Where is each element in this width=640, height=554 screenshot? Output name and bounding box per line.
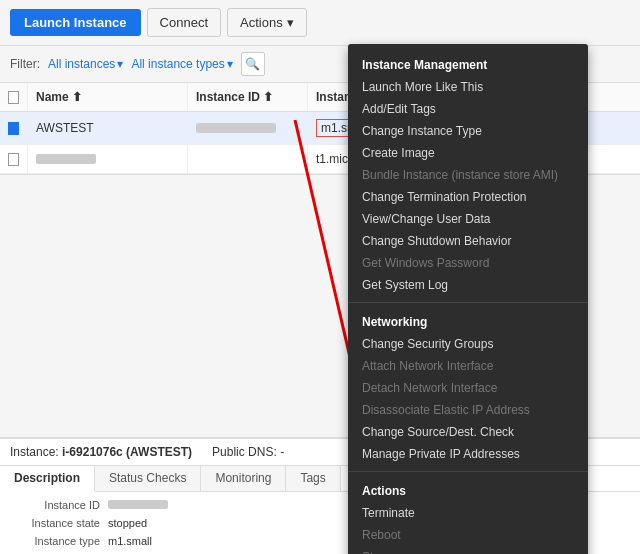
menu-item-stop: Stop bbox=[348, 546, 588, 554]
menu-item-get-windows-password: Get Windows Password bbox=[348, 252, 588, 274]
instance-id-blurred bbox=[196, 123, 276, 133]
sort-icon: ⬆ bbox=[263, 90, 273, 104]
sort-icon: ⬆ bbox=[72, 90, 82, 104]
instance-type-label: Instance type bbox=[10, 535, 100, 547]
networking-title: Networking bbox=[348, 309, 588, 333]
search-button[interactable]: 🔍 bbox=[241, 52, 265, 76]
divider bbox=[348, 302, 588, 303]
filter-label: Filter: bbox=[10, 57, 40, 71]
menu-item-view-user-data[interactable]: View/Change User Data bbox=[348, 208, 588, 230]
menu-item-change-shutdown[interactable]: Change Shutdown Behavior bbox=[348, 230, 588, 252]
row2-checkbox[interactable] bbox=[0, 145, 28, 173]
chevron-down-icon: ▾ bbox=[287, 15, 294, 30]
header-checkbox[interactable] bbox=[0, 83, 28, 111]
instance-type-value: m1.small bbox=[108, 535, 152, 547]
menu-item-bundle-instance: Bundle Instance (instance store AMI) bbox=[348, 164, 588, 186]
row1-select[interactable] bbox=[8, 122, 19, 135]
row1-instance-id bbox=[188, 112, 308, 144]
row2-select[interactable] bbox=[8, 153, 19, 166]
instance-management-title: Instance Management bbox=[348, 52, 588, 76]
menu-item-get-system-log[interactable]: Get System Log bbox=[348, 274, 588, 296]
launch-instance-button[interactable]: Launch Instance bbox=[10, 9, 141, 36]
select-all-checkbox[interactable] bbox=[8, 91, 19, 104]
header-name: Name ⬆ bbox=[28, 83, 188, 111]
menu-item-manage-private-ip[interactable]: Manage Private IP Addresses bbox=[348, 443, 588, 465]
actions-button[interactable]: Actions ▾ bbox=[227, 8, 307, 37]
tab-status-checks[interactable]: Status Checks bbox=[95, 466, 201, 491]
menu-item-detach-network: Detach Network Interface bbox=[348, 377, 588, 399]
public-dns: Public DNS: - bbox=[212, 445, 284, 459]
tab-description[interactable]: Description bbox=[0, 466, 95, 492]
row2-name bbox=[28, 145, 188, 173]
menu-item-reboot: Reboot bbox=[348, 524, 588, 546]
instance-state-label: Instance state bbox=[10, 517, 100, 529]
connect-button[interactable]: Connect bbox=[147, 8, 221, 37]
row1-checkbox[interactable] bbox=[0, 112, 28, 144]
menu-item-change-security-groups[interactable]: Change Security Groups bbox=[348, 333, 588, 355]
field-row-instance-state: Instance state stopped bbox=[0, 514, 320, 532]
menu-item-add-edit-tags[interactable]: Add/Edit Tags bbox=[348, 98, 588, 120]
chevron-down-icon: ▾ bbox=[227, 57, 233, 71]
all-instances-filter[interactable]: All instances ▾ bbox=[48, 57, 123, 71]
row2-instance-id bbox=[188, 145, 308, 173]
instance-id-blurred bbox=[108, 500, 168, 509]
header-instance-id: Instance ID ⬆ bbox=[188, 83, 308, 111]
menu-item-terminate[interactable]: Terminate bbox=[348, 502, 588, 524]
tab-monitoring[interactable]: Monitoring bbox=[201, 466, 286, 491]
name-blurred bbox=[36, 154, 96, 164]
actions-dropdown-menu: Instance Management Launch More Like Thi… bbox=[348, 44, 588, 554]
instance-state-value: stopped bbox=[108, 517, 147, 529]
menu-item-change-instance-type[interactable]: Change Instance Type bbox=[348, 120, 588, 142]
menu-item-create-image[interactable]: Create Image bbox=[348, 142, 588, 164]
field-row-instance-type: Instance type m1.small bbox=[0, 532, 320, 550]
instance-id-label: Instance ID bbox=[10, 499, 100, 511]
menu-item-attach-network: Attach Network Interface bbox=[348, 355, 588, 377]
field-row-instance-id: Instance ID bbox=[0, 496, 320, 514]
instance-id-value bbox=[108, 499, 168, 511]
all-instance-types-filter[interactable]: All instance types ▾ bbox=[131, 57, 232, 71]
divider2 bbox=[348, 471, 588, 472]
actions-label: Actions bbox=[240, 15, 283, 30]
menu-item-change-source-dest[interactable]: Change Source/Dest. Check bbox=[348, 421, 588, 443]
row1-name: AWSTEST bbox=[28, 112, 188, 144]
menu-item-change-termination[interactable]: Change Termination Protection bbox=[348, 186, 588, 208]
chevron-down-icon: ▾ bbox=[117, 57, 123, 71]
toolbar: Launch Instance Connect Actions ▾ bbox=[0, 0, 640, 46]
instance-identifier: Instance: i-6921076c (AWSTEST) bbox=[10, 445, 192, 459]
menu-item-disassociate-elastic: Disassociate Elastic IP Address bbox=[348, 399, 588, 421]
actions-section-title: Actions bbox=[348, 478, 588, 502]
menu-item-launch-more[interactable]: Launch More Like This bbox=[348, 76, 588, 98]
tab-tags[interactable]: Tags bbox=[286, 466, 340, 491]
